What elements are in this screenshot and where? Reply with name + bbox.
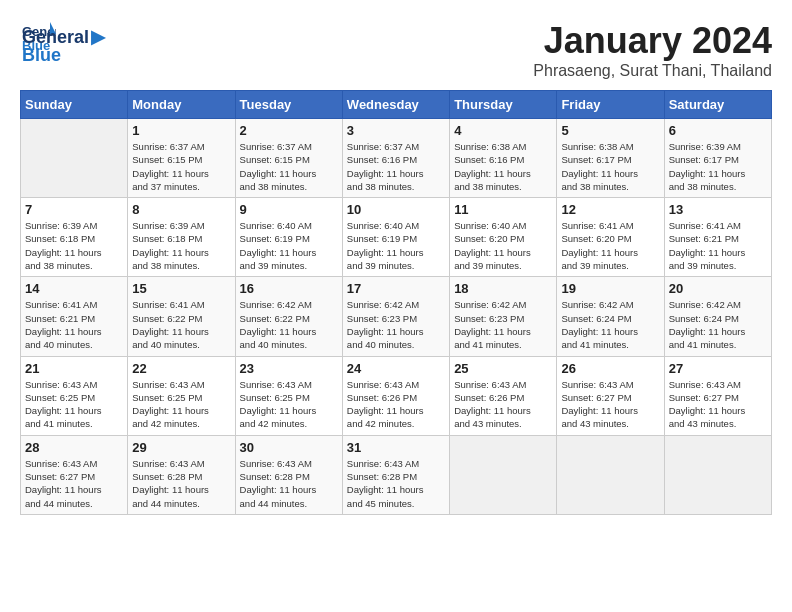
day-info: Sunrise: 6:37 AM Sunset: 6:15 PM Dayligh… (240, 140, 338, 193)
title-block: January 2024 Phrasaeng, Surat Thani, Tha… (533, 20, 772, 80)
calendar-cell (664, 435, 771, 514)
weekday-header-sunday: Sunday (21, 91, 128, 119)
calendar-cell: 7Sunrise: 6:39 AM Sunset: 6:18 PM Daylig… (21, 198, 128, 277)
calendar-cell: 28Sunrise: 6:43 AM Sunset: 6:27 PM Dayli… (21, 435, 128, 514)
calendar-cell (21, 119, 128, 198)
day-number: 19 (561, 281, 659, 296)
calendar-cell: 18Sunrise: 6:42 AM Sunset: 6:23 PM Dayli… (450, 277, 557, 356)
day-number: 3 (347, 123, 445, 138)
day-number: 9 (240, 202, 338, 217)
day-info: Sunrise: 6:42 AM Sunset: 6:23 PM Dayligh… (454, 298, 552, 351)
page-header: General Blue General▶ Blue January 2024 … (20, 20, 772, 80)
calendar-cell: 19Sunrise: 6:42 AM Sunset: 6:24 PM Dayli… (557, 277, 664, 356)
day-number: 15 (132, 281, 230, 296)
day-info: Sunrise: 6:43 AM Sunset: 6:26 PM Dayligh… (347, 378, 445, 431)
day-info: Sunrise: 6:43 AM Sunset: 6:26 PM Dayligh… (454, 378, 552, 431)
day-number: 1 (132, 123, 230, 138)
day-info: Sunrise: 6:43 AM Sunset: 6:28 PM Dayligh… (347, 457, 445, 510)
day-number: 28 (25, 440, 123, 455)
day-info: Sunrise: 6:39 AM Sunset: 6:18 PM Dayligh… (132, 219, 230, 272)
day-info: Sunrise: 6:40 AM Sunset: 6:19 PM Dayligh… (347, 219, 445, 272)
day-info: Sunrise: 6:37 AM Sunset: 6:16 PM Dayligh… (347, 140, 445, 193)
calendar-cell: 23Sunrise: 6:43 AM Sunset: 6:25 PM Dayli… (235, 356, 342, 435)
day-info: Sunrise: 6:38 AM Sunset: 6:16 PM Dayligh… (454, 140, 552, 193)
day-number: 10 (347, 202, 445, 217)
calendar-body: 1Sunrise: 6:37 AM Sunset: 6:15 PM Daylig… (21, 119, 772, 515)
calendar-cell (557, 435, 664, 514)
calendar-table: SundayMondayTuesdayWednesdayThursdayFrid… (20, 90, 772, 515)
day-info: Sunrise: 6:42 AM Sunset: 6:22 PM Dayligh… (240, 298, 338, 351)
day-info: Sunrise: 6:43 AM Sunset: 6:25 PM Dayligh… (25, 378, 123, 431)
weekday-header-friday: Friday (557, 91, 664, 119)
day-number: 27 (669, 361, 767, 376)
weekday-header-wednesday: Wednesday (342, 91, 449, 119)
day-number: 22 (132, 361, 230, 376)
weekday-header-tuesday: Tuesday (235, 91, 342, 119)
calendar-cell: 5Sunrise: 6:38 AM Sunset: 6:17 PM Daylig… (557, 119, 664, 198)
calendar-week-5: 28Sunrise: 6:43 AM Sunset: 6:27 PM Dayli… (21, 435, 772, 514)
day-info: Sunrise: 6:41 AM Sunset: 6:21 PM Dayligh… (25, 298, 123, 351)
day-info: Sunrise: 6:43 AM Sunset: 6:28 PM Dayligh… (240, 457, 338, 510)
calendar-cell: 6Sunrise: 6:39 AM Sunset: 6:17 PM Daylig… (664, 119, 771, 198)
calendar-cell: 13Sunrise: 6:41 AM Sunset: 6:21 PM Dayli… (664, 198, 771, 277)
calendar-cell: 24Sunrise: 6:43 AM Sunset: 6:26 PM Dayli… (342, 356, 449, 435)
calendar-cell: 30Sunrise: 6:43 AM Sunset: 6:28 PM Dayli… (235, 435, 342, 514)
weekday-header-saturday: Saturday (664, 91, 771, 119)
calendar-cell: 22Sunrise: 6:43 AM Sunset: 6:25 PM Dayli… (128, 356, 235, 435)
day-number: 4 (454, 123, 552, 138)
day-info: Sunrise: 6:40 AM Sunset: 6:20 PM Dayligh… (454, 219, 552, 272)
day-number: 12 (561, 202, 659, 217)
calendar-cell (450, 435, 557, 514)
day-number: 2 (240, 123, 338, 138)
day-info: Sunrise: 6:41 AM Sunset: 6:20 PM Dayligh… (561, 219, 659, 272)
day-number: 11 (454, 202, 552, 217)
day-info: Sunrise: 6:43 AM Sunset: 6:27 PM Dayligh… (669, 378, 767, 431)
month-title: January 2024 (533, 20, 772, 62)
calendar-cell: 29Sunrise: 6:43 AM Sunset: 6:28 PM Dayli… (128, 435, 235, 514)
day-number: 26 (561, 361, 659, 376)
day-info: Sunrise: 6:38 AM Sunset: 6:17 PM Dayligh… (561, 140, 659, 193)
calendar-cell: 10Sunrise: 6:40 AM Sunset: 6:19 PM Dayli… (342, 198, 449, 277)
day-info: Sunrise: 6:43 AM Sunset: 6:27 PM Dayligh… (561, 378, 659, 431)
calendar-cell: 16Sunrise: 6:42 AM Sunset: 6:22 PM Dayli… (235, 277, 342, 356)
logo: General Blue General▶ Blue (20, 20, 105, 64)
day-number: 30 (240, 440, 338, 455)
calendar-cell: 4Sunrise: 6:38 AM Sunset: 6:16 PM Daylig… (450, 119, 557, 198)
day-info: Sunrise: 6:43 AM Sunset: 6:27 PM Dayligh… (25, 457, 123, 510)
day-info: Sunrise: 6:43 AM Sunset: 6:25 PM Dayligh… (132, 378, 230, 431)
calendar-header: SundayMondayTuesdayWednesdayThursdayFrid… (21, 91, 772, 119)
day-number: 14 (25, 281, 123, 296)
calendar-cell: 17Sunrise: 6:42 AM Sunset: 6:23 PM Dayli… (342, 277, 449, 356)
calendar-cell: 25Sunrise: 6:43 AM Sunset: 6:26 PM Dayli… (450, 356, 557, 435)
calendar-cell: 14Sunrise: 6:41 AM Sunset: 6:21 PM Dayli… (21, 277, 128, 356)
day-number: 13 (669, 202, 767, 217)
calendar-cell: 1Sunrise: 6:37 AM Sunset: 6:15 PM Daylig… (128, 119, 235, 198)
day-info: Sunrise: 6:40 AM Sunset: 6:19 PM Dayligh… (240, 219, 338, 272)
day-info: Sunrise: 6:37 AM Sunset: 6:15 PM Dayligh… (132, 140, 230, 193)
calendar-cell: 26Sunrise: 6:43 AM Sunset: 6:27 PM Dayli… (557, 356, 664, 435)
calendar-cell: 27Sunrise: 6:43 AM Sunset: 6:27 PM Dayli… (664, 356, 771, 435)
calendar-cell: 31Sunrise: 6:43 AM Sunset: 6:28 PM Dayli… (342, 435, 449, 514)
day-number: 31 (347, 440, 445, 455)
day-number: 23 (240, 361, 338, 376)
day-number: 16 (240, 281, 338, 296)
day-info: Sunrise: 6:42 AM Sunset: 6:23 PM Dayligh… (347, 298, 445, 351)
day-number: 20 (669, 281, 767, 296)
calendar-cell: 11Sunrise: 6:40 AM Sunset: 6:20 PM Dayli… (450, 198, 557, 277)
day-number: 17 (347, 281, 445, 296)
location-title: Phrasaeng, Surat Thani, Thailand (533, 62, 772, 80)
calendar-cell: 15Sunrise: 6:41 AM Sunset: 6:22 PM Dayli… (128, 277, 235, 356)
calendar-cell: 20Sunrise: 6:42 AM Sunset: 6:24 PM Dayli… (664, 277, 771, 356)
calendar-cell: 3Sunrise: 6:37 AM Sunset: 6:16 PM Daylig… (342, 119, 449, 198)
calendar-week-3: 14Sunrise: 6:41 AM Sunset: 6:21 PM Dayli… (21, 277, 772, 356)
calendar-week-1: 1Sunrise: 6:37 AM Sunset: 6:15 PM Daylig… (21, 119, 772, 198)
day-number: 29 (132, 440, 230, 455)
day-number: 18 (454, 281, 552, 296)
calendar-cell: 2Sunrise: 6:37 AM Sunset: 6:15 PM Daylig… (235, 119, 342, 198)
day-number: 24 (347, 361, 445, 376)
day-number: 6 (669, 123, 767, 138)
calendar-week-4: 21Sunrise: 6:43 AM Sunset: 6:25 PM Dayli… (21, 356, 772, 435)
day-info: Sunrise: 6:42 AM Sunset: 6:24 PM Dayligh… (669, 298, 767, 351)
day-info: Sunrise: 6:41 AM Sunset: 6:22 PM Dayligh… (132, 298, 230, 351)
day-number: 5 (561, 123, 659, 138)
